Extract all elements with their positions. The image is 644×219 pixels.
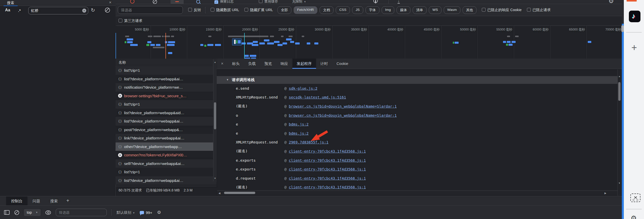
stack-source-link[interactable]: sdk-glue.js:2: [289, 86, 318, 90]
console-filter-input[interactable]: [59, 209, 104, 215]
filter-pill--[interactable]: 清单: [413, 6, 427, 14]
preserve-log-checkbox[interactable]: ✓保留日志: [214, 0, 234, 4]
request-row[interactable]: {}other/?device_platform=webapp…: [116, 142, 216, 151]
request-row[interactable]: ×browser-settings?bid=uc_secure_s…: [116, 92, 216, 100]
tab-负载[interactable]: 负载: [244, 59, 260, 69]
network-conditions-button[interactable]: [171, 0, 184, 4]
stack-source-link[interactable]: client-entry-70fcbc43.1f4d3568.js:1: [289, 176, 366, 180]
new-tab-icon[interactable]: +: [630, 43, 639, 52]
tab-search[interactable]: 搜索: [4, 1, 18, 6]
console-settings-icon[interactable]: ⚙: [157, 210, 161, 215]
filter-pill-wasm[interactable]: Wasm: [444, 6, 460, 14]
close-icon[interactable]: ×: [109, 0, 111, 5]
request-row[interactable]: {}notification/?device_platform=we…: [116, 83, 216, 92]
filter-pill--[interactable]: 其他: [463, 6, 477, 14]
stack-source-link[interactable]: client-entry-70fcbc43.1f4d3568.js:1: [289, 158, 366, 162]
request-row[interactable]: {}list?zip=1: [116, 100, 216, 109]
request-row[interactable]: {}list/?device_platform=webapp&ai…: [116, 176, 216, 185]
tiktok-tab-icon[interactable]: ♪ ♪ ♪: [629, 11, 640, 22]
network-overview-timeline[interactable]: 5000 毫秒10000 毫秒15000 毫秒20000 毫秒25000 毫秒3…: [116, 26, 622, 59]
scrollbar-thumb[interactable]: [618, 82, 621, 101]
page-scrollbar-thumb[interactable]: [621, 25, 624, 32]
clear-console-icon[interactable]: [14, 210, 19, 215]
scroll-up-icon[interactable]: ▲: [214, 61, 216, 63]
screenshot-snip-icon[interactable]: [630, 193, 640, 202]
devtools-settings-icon[interactable]: ⚙: [608, 0, 614, 5]
filter-pill--[interactable]: 字体: [366, 6, 379, 14]
request-list-scrollbar[interactable]: ▲ ▼: [213, 59, 217, 181]
drawer-tab-搜索[interactable]: 搜索: [45, 197, 63, 205]
live-expression-icon[interactable]: [45, 210, 51, 215]
request-row[interactable]: ×common?msToken=eLFy8IXfaPXl0…: [116, 151, 216, 159]
network-filter-input[interactable]: [121, 7, 180, 13]
tab-计时[interactable]: 计时: [316, 59, 332, 69]
stack-source-link[interactable]: client-entry-70fcbc43.1f4d3568.js:1: [289, 149, 366, 153]
detail-horizontal-scrollbar[interactable]: ◀ ▶: [217, 190, 618, 195]
filter-pill-js[interactable]: JS: [352, 6, 363, 14]
tab-发起程序[interactable]: 发起程序: [292, 59, 316, 69]
import-har-icon[interactable]: ↓: [398, 0, 400, 4]
search-input[interactable]: [31, 8, 81, 14]
scroll-down-icon[interactable]: ▼: [618, 182, 621, 184]
regex-button[interactable]: .*: [18, 8, 21, 13]
filter-pill-fetch-xhr[interactable]: Fetch/XHR: [294, 6, 317, 14]
refresh-icon[interactable]: ↻: [91, 7, 95, 13]
scroll-right-icon[interactable]: ▶: [604, 192, 606, 194]
console-sidebar-icon[interactable]: [4, 210, 10, 215]
page-scrollbar[interactable]: [622, 24, 624, 219]
invert-checkbox[interactable]: 反转: [188, 8, 201, 12]
stack-source-link[interactable]: browser.cn.js?bid=douyin_web&globalName=…: [289, 113, 397, 117]
blocked-cookies-checkbox[interactable]: 已阻止的响应 Cookie: [482, 8, 522, 12]
stack-source-link[interactable]: browser.cn.js?bid=douyin_web&globalName=…: [289, 104, 397, 108]
close-detail-icon[interactable]: ×: [217, 59, 228, 69]
console-messages-badge[interactable]: 99+: [140, 210, 152, 215]
scrollbar-thumb[interactable]: [214, 102, 216, 129]
clear-network-icon[interactable]: [153, 0, 157, 4]
filter-pill-ws[interactable]: WS: [429, 6, 441, 14]
log-level-select[interactable]: 默认级别▼: [117, 210, 135, 215]
drawer-tab-控制台[interactable]: 控制台: [6, 197, 27, 205]
network-search-icon[interactable]: [196, 0, 200, 4]
drawer-more-tabs-icon[interactable]: +: [63, 197, 73, 205]
filter-pill--[interactable]: 媒体: [397, 6, 410, 14]
clear-results-icon[interactable]: [105, 8, 110, 13]
filter-pill--[interactable]: 文档: [320, 6, 333, 14]
scroll-left-icon[interactable]: ◀: [218, 192, 220, 194]
tab-Cookie[interactable]: Cookie: [332, 59, 353, 69]
clear-search-icon[interactable]: ×: [82, 9, 86, 13]
call-stack-section-header[interactable]: ▼ 请求调用堆栈: [217, 76, 618, 84]
detail-vertical-scrollbar[interactable]: ▲ ▼: [618, 69, 621, 196]
throttling-select[interactable]: 无限制▼: [292, 0, 306, 4]
record-icon[interactable]: [130, 0, 134, 4]
request-table-header[interactable]: 名称: [116, 59, 216, 66]
stack-source-link[interactable]: client-entry-70fcbc43.1f4d3568.js:1: [289, 185, 366, 189]
drawer-tab-问题[interactable]: 问题: [27, 197, 45, 205]
execution-context-select[interactable]: top▼: [24, 209, 41, 216]
filter-pill-img[interactable]: Img: [382, 6, 395, 14]
request-row[interactable]: {}list?zip=1: [116, 168, 216, 176]
match-case-button[interactable]: Aa: [5, 8, 10, 12]
tab-预览[interactable]: 预览: [260, 59, 276, 69]
network-signal-icon[interactable]: [373, 0, 378, 3]
request-row[interactable]: {}link/?device_platform=webapp&ai…: [116, 134, 216, 142]
scroll-down-icon[interactable]: ▼: [214, 177, 216, 180]
stack-source-link[interactable]: bdms.js:2: [289, 122, 309, 126]
sidebar-settings-icon[interactable]: ⚙: [631, 214, 637, 219]
request-row[interactable]: {}list?device_platform=webapp&aid…: [116, 109, 216, 117]
filter-pill--[interactable]: 全部: [277, 6, 291, 14]
stack-source-link[interactable]: bdms.js:2: [289, 131, 309, 135]
request-row[interactable]: {}list/?device_platform=webapp&ai…: [116, 117, 216, 126]
filter-pill-css[interactable]: CSS: [336, 6, 350, 14]
request-row[interactable]: {}list/?device_platform=webapp&ai…: [116, 75, 216, 83]
third-party-checkbox[interactable]: 第三方请求: [119, 18, 143, 23]
scrollbar-thumb[interactable]: [224, 192, 255, 194]
request-row[interactable]: {}post/?device_platform=webapp&…: [116, 126, 216, 134]
disable-cache-checkbox[interactable]: 禁用缓存: [259, 0, 278, 4]
stack-source-link[interactable]: client-entry-70fcbc43.1f4d3568.js:1: [289, 167, 366, 171]
hide-extension-urls-checkbox[interactable]: 隐藏扩展 URL: [244, 8, 273, 12]
stack-source-link[interactable]: secsdk-lastest.umd.js:5161: [289, 95, 346, 99]
request-row[interactable]: {}list?zip=1: [116, 66, 216, 75]
hide-data-urls-checkbox[interactable]: 隐藏数据 URL: [211, 8, 239, 12]
request-row[interactable]: {}self/?device_platform=webapp&ai…: [116, 159, 216, 168]
tab-标头[interactable]: 标头: [228, 59, 244, 69]
